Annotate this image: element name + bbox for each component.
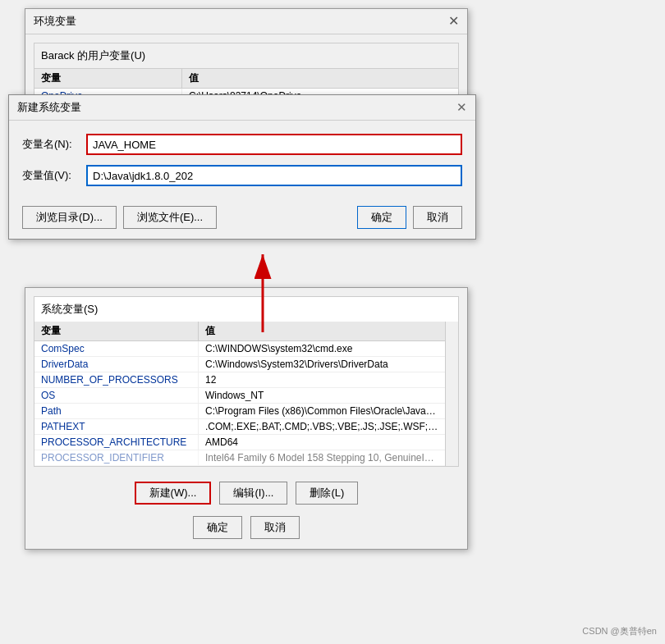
- sys-row-var-1: DriverData: [34, 357, 199, 372]
- table-row[interactable]: DriverData C:\Windows\System32\Drivers\D…: [34, 357, 445, 372]
- env-dialog-title: 环境变量: [34, 14, 76, 29]
- sys-row-var-7: PROCESSOR_IDENTIFIER: [34, 450, 199, 465]
- sys-row-val-6: AMD64: [199, 435, 445, 450]
- new-var-cancel-button[interactable]: 取消: [413, 206, 462, 229]
- sys-table-body[interactable]: ComSpec C:\WINDOWS\system32\cmd.exe Driv…: [34, 341, 445, 466]
- sys-row-val-2: 12: [199, 372, 445, 387]
- table-row[interactable]: PROCESSOR_IDENTIFIER Intel64 Family 6 Mo…: [34, 450, 445, 466]
- sys-row-val-5: .COM;.EXE;.BAT;.CMD;.VBS;.VBE;.JS;.JSE;.…: [199, 419, 445, 434]
- user-header-var: 变量: [34, 69, 182, 88]
- sys-row-var-5: PATHEXT: [34, 419, 199, 434]
- new-var-body: 变量名(N): 变量值(V):: [9, 121, 475, 206]
- var-value-input[interactable]: [86, 165, 462, 186]
- sys-cancel-button[interactable]: 取消: [250, 516, 300, 539]
- sys-section-label: 系统变量(S): [34, 297, 458, 322]
- sys-row-val-1: C:\Windows\System32\Drivers\DriverData: [199, 357, 445, 372]
- table-row[interactable]: PATHEXT .COM;.EXE;.BAT;.CMD;.VBS;.VBE;.J…: [34, 419, 445, 435]
- sys-row-val-0: C:\WINDOWS\system32\cmd.exe: [199, 341, 445, 356]
- new-var-ok-button[interactable]: 确定: [357, 206, 406, 229]
- new-var-close[interactable]: ✕: [456, 100, 467, 115]
- sys-row-var-3: OS: [34, 388, 199, 403]
- sys-row-var-4: Path: [34, 404, 199, 418]
- user-header-val: 值: [182, 69, 458, 88]
- sys-row-val-4: C:\Program Files (x86)\Common Files\Orac…: [199, 404, 445, 418]
- sys-row-var-2: NUMBER_OF_PROCESSORS: [34, 372, 199, 387]
- sys-row-val-7: Intel64 Family 6 Model 158 Stepping 10, …: [199, 450, 445, 465]
- sys-var-section: 系统变量(S) 变量 值 ComSpec C:\WINDOWS\system32…: [34, 296, 459, 467]
- var-value-label: 变量值(V):: [22, 168, 80, 183]
- new-var-action-row: 浏览目录(D)... 浏览文件(E)... 确定 取消: [9, 206, 475, 239]
- env-dialog-close[interactable]: ✕: [448, 15, 459, 28]
- env-dialog-titlebar: 环境变量 ✕: [25, 9, 467, 34]
- table-row[interactable]: Path C:\Program Files (x86)\Common Files…: [34, 404, 445, 419]
- sys-header-var: 变量: [34, 322, 199, 340]
- sys-action-buttons: 新建(W)... 编辑(I)... 删除(L): [25, 475, 467, 511]
- browse-dir-button[interactable]: 浏览目录(D)...: [22, 206, 117, 229]
- var-value-row: 变量值(V):: [22, 165, 462, 186]
- sys-table-content: 变量 值 ComSpec C:\WINDOWS\system32\cmd.exe…: [34, 322, 445, 466]
- sys-table-header: 变量 值: [34, 322, 445, 341]
- edit-sys-var-button[interactable]: 编辑(I)...: [219, 482, 287, 505]
- scrollbar[interactable]: [445, 322, 458, 466]
- table-row[interactable]: ComSpec C:\WINDOWS\system32\cmd.exe: [34, 341, 445, 357]
- user-section-label: Barack 的用户变量(U): [34, 43, 458, 69]
- delete-sys-var-button[interactable]: 删除(L): [296, 482, 358, 505]
- sys-row-var-6: PROCESSOR_ARCHITECTURE: [34, 435, 199, 450]
- table-row[interactable]: OS Windows_NT: [34, 388, 445, 404]
- user-table-header: 变量 值: [34, 69, 458, 89]
- var-name-label: 变量名(N):: [22, 137, 80, 152]
- var-name-input[interactable]: [86, 134, 462, 155]
- sys-dialog-bottom-buttons: 确定 取消: [25, 511, 467, 549]
- sys-vars-dialog: 系统变量(S) 变量 值 ComSpec C:\WINDOWS\system32…: [25, 287, 468, 550]
- new-var-title: 新建系统变量: [17, 100, 81, 115]
- new-var-dialog: 新建系统变量 ✕ 变量名(N): 变量值(V): 浏览目录(D)... 浏览文件…: [8, 94, 476, 240]
- sys-table-wrapper: 变量 值 ComSpec C:\WINDOWS\system32\cmd.exe…: [34, 322, 458, 466]
- sys-row-var-0: ComSpec: [34, 341, 199, 356]
- sys-header-val: 值: [199, 322, 445, 340]
- var-name-row: 变量名(N):: [22, 134, 462, 155]
- sys-ok-button[interactable]: 确定: [193, 516, 242, 539]
- new-var-titlebar: 新建系统变量 ✕: [9, 95, 475, 121]
- sys-row-val-3: Windows_NT: [199, 388, 445, 403]
- table-row[interactable]: PROCESSOR_ARCHITECTURE AMD64: [34, 435, 445, 450]
- watermark: CSDN @奥普特en: [582, 625, 657, 637]
- new-sys-var-button[interactable]: 新建(W)...: [135, 482, 212, 505]
- browse-file-button[interactable]: 浏览文件(E)...: [123, 206, 217, 229]
- table-row[interactable]: NUMBER_OF_PROCESSORS 12: [34, 372, 445, 388]
